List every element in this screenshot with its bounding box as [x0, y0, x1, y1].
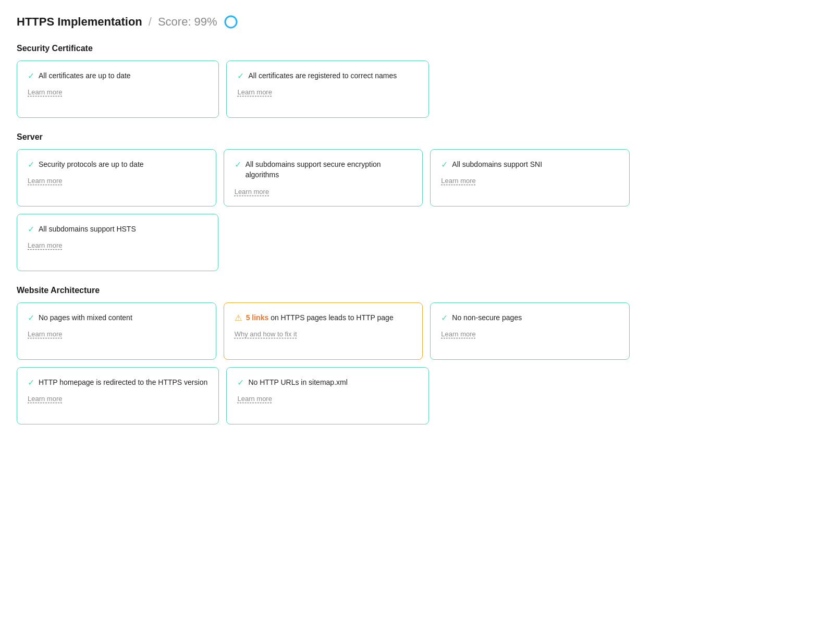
section-title-server: Server	[17, 132, 630, 142]
http-links-highlight: 5 links	[246, 313, 269, 322]
card-cert-names: ✓ All certificates are registered to cor…	[226, 60, 428, 118]
card-non-secure-header: ✓ No non-secure pages	[441, 312, 619, 323]
cert-names-learn-more[interactable]: Learn more	[237, 88, 418, 96]
architecture-cards-row1: ✓ No pages with mixed content Learn more…	[17, 302, 630, 360]
sitemap-learn-more[interactable]: Learn more	[237, 395, 418, 403]
card-homepage-redirect-text: HTTP homepage is redirected to the HTTPS…	[39, 377, 207, 387]
card-cert-names-header: ✓ All certificates are registered to cor…	[237, 70, 418, 81]
check-icon: ✓	[28, 71, 34, 81]
card-protocols: ✓ Security protocols are up to date Lear…	[17, 149, 216, 206]
architecture-cards-row2: ✓ HTTP homepage is redirected to the HTT…	[17, 367, 429, 424]
card-http-links: ⚠ 5 links on HTTPS pages leads to HTTP p…	[224, 302, 423, 360]
card-non-secure-text: No non-secure pages	[452, 312, 522, 323]
section-title-architecture: Website Architecture	[17, 286, 630, 295]
card-cert-uptodate: ✓ All certificates are up to date Learn …	[17, 60, 219, 118]
encryption-learn-more[interactable]: Learn more	[235, 188, 412, 196]
card-sitemap-header: ✓ No HTTP URLs in sitemap.xml	[237, 377, 418, 387]
certificate-cards-grid: ✓ All certificates are up to date Learn …	[17, 60, 429, 118]
architecture-section: Website Architecture ✓ No pages with mix…	[17, 286, 630, 424]
card-sni-header: ✓ All subdomains support SNI	[441, 159, 619, 169]
sni-learn-more[interactable]: Learn more	[441, 177, 619, 185]
card-sni-text: All subdomains support SNI	[452, 159, 542, 169]
card-sitemap-text: No HTTP URLs in sitemap.xml	[248, 377, 347, 387]
card-homepage-redirect: ✓ HTTP homepage is redirected to the HTT…	[17, 367, 219, 424]
page-title: HTTPS Implementation	[17, 15, 142, 29]
card-mixed-content: ✓ No pages with mixed content Learn more	[17, 302, 216, 360]
server-section: Server ✓ Security protocols are up to da…	[17, 132, 630, 271]
check-icon: ✓	[235, 160, 241, 169]
card-mixed-content-header: ✓ No pages with mixed content	[28, 312, 205, 323]
check-icon: ✓	[28, 378, 34, 387]
card-hsts-text: All subdomains support HSTS	[39, 224, 136, 234]
card-encryption: ✓ All subdomains support secure encrypti…	[224, 149, 423, 206]
title-divider: /	[149, 15, 152, 29]
hsts-learn-more[interactable]: Learn more	[28, 241, 207, 249]
check-icon: ✓	[441, 160, 448, 169]
security-certificate-section: Security Certificate ✓ All certificates …	[17, 44, 630, 118]
card-sni: ✓ All subdomains support SNI Learn more	[430, 149, 630, 206]
card-homepage-redirect-header: ✓ HTTP homepage is redirected to the HTT…	[28, 377, 208, 387]
card-non-secure: ✓ No non-secure pages Learn more	[430, 302, 630, 360]
check-icon: ✓	[237, 71, 244, 81]
score-text: Score: 99%	[158, 15, 217, 29]
card-hsts-header: ✓ All subdomains support HSTS	[28, 224, 207, 234]
card-http-links-text: 5 links on HTTPS pages leads to HTTP pag…	[246, 312, 394, 323]
http-links-fix-link[interactable]: Why and how to fix it	[235, 330, 412, 338]
check-icon: ✓	[28, 313, 34, 323]
server-cards-row1: ✓ Security protocols are up to date Lear…	[17, 149, 630, 206]
non-secure-learn-more[interactable]: Learn more	[441, 330, 619, 338]
svg-point-1	[225, 16, 237, 28]
card-cert-names-text: All certificates are registered to corre…	[248, 70, 397, 81]
card-protocols-text: Security protocols are up to date	[39, 159, 144, 169]
card-encryption-text: All subdomains support secure encryption…	[246, 159, 412, 180]
cert-uptodate-learn-more[interactable]: Learn more	[28, 88, 208, 96]
homepage-redirect-learn-more[interactable]: Learn more	[28, 395, 208, 403]
check-icon: ✓	[441, 313, 448, 323]
server-cards-row2: ✓ All subdomains support HSTS Learn more	[17, 214, 630, 271]
check-icon: ✓	[237, 378, 244, 387]
mixed-content-learn-more[interactable]: Learn more	[28, 330, 205, 338]
score-circle-icon	[224, 15, 238, 29]
card-cert-uptodate-header: ✓ All certificates are up to date	[28, 70, 208, 81]
card-encryption-header: ✓ All subdomains support secure encrypti…	[235, 159, 412, 180]
http-links-suffix: on HTTPS pages leads to HTTP page	[268, 313, 393, 322]
check-icon: ✓	[28, 160, 34, 169]
card-mixed-content-text: No pages with mixed content	[39, 312, 132, 323]
card-protocols-header: ✓ Security protocols are up to date	[28, 159, 205, 169]
warning-icon: ⚠	[235, 313, 242, 323]
card-hsts: ✓ All subdomains support HSTS Learn more	[17, 214, 218, 271]
card-cert-uptodate-text: All certificates are up to date	[39, 70, 131, 81]
check-icon: ✓	[28, 224, 34, 234]
protocols-learn-more[interactable]: Learn more	[28, 177, 205, 185]
card-http-links-header: ⚠ 5 links on HTTPS pages leads to HTTP p…	[235, 312, 412, 323]
page-header: HTTPS Implementation / Score: 99%	[17, 15, 630, 29]
card-sitemap: ✓ No HTTP URLs in sitemap.xml Learn more	[226, 367, 428, 424]
section-title-certificate: Security Certificate	[17, 44, 630, 53]
